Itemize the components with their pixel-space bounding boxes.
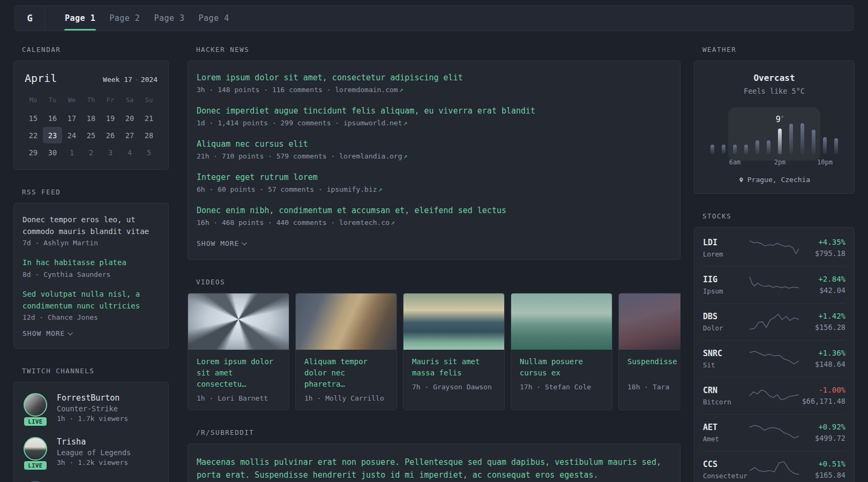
tab-page-1[interactable]: Page 1	[64, 6, 96, 31]
stock-price: $66,171.48	[800, 397, 845, 405]
calendar-day: 16	[43, 110, 62, 126]
stock-sparkline	[749, 273, 800, 296]
subreddit-post-title[interactable]: Maecenas mollis pulvinar erat non posuer…	[197, 456, 671, 481]
video-card[interactable]: Lorem ipsum dolor sit amet consectetu…1h…	[188, 293, 289, 410]
video-card[interactable]: Suspendisse diam18h · Tara	[618, 293, 680, 410]
stock-company-name: Bitcorn	[703, 398, 749, 406]
hackernews-show-more-button[interactable]: SHOW MORE	[197, 239, 247, 247]
stock-row[interactable]: AETAmet+0.92%$499.72	[703, 414, 845, 451]
stock-row[interactable]: LDILorem+4.35%$795.18	[703, 230, 845, 266]
video-title[interactable]: Mauris sit amet massa felis	[412, 356, 496, 379]
stocks-section-label: STOCKS	[702, 212, 855, 220]
stock-change-percent: +0.51%	[800, 460, 845, 468]
hackernews-item-title[interactable]: Lorem ipsum dolor sit amet, consectetur …	[197, 73, 671, 82]
external-link-arrow-icon: ↗	[378, 185, 383, 193]
twitch-channel-name[interactable]: Trisha	[57, 437, 131, 447]
stock-company-name: Consectetur	[703, 472, 749, 480]
rss-item-title[interactable]: In hac habitasse platea	[23, 257, 160, 269]
calendar-day-header: Mo	[24, 93, 43, 107]
video-thumbnail[interactable]	[188, 293, 289, 350]
stock-ticker[interactable]: IIG	[703, 275, 749, 284]
stock-ticker[interactable]: DBS	[703, 312, 749, 321]
tab-page-2[interactable]: Page 2	[109, 6, 140, 31]
rss-item-title[interactable]: Sed volutpat nulla nisl, a condimentum n…	[23, 289, 160, 312]
stock-ticker[interactable]: CRN	[703, 386, 749, 395]
external-link-arrow-icon: ↗	[403, 119, 408, 127]
stock-left: DBSDolor	[703, 312, 749, 332]
stock-values: +1.42%$156.28	[800, 312, 845, 332]
stock-row[interactable]: CRNBitcorn-1.00%$66,171.48	[703, 377, 845, 414]
hackernews-item-domain[interactable]: ipsumify.biz	[327, 185, 377, 193]
tab-label: Page 3	[154, 13, 184, 23]
calendar-day: 15	[24, 110, 43, 126]
video-card[interactable]: Aliquam tempor dolor nec pharetra…1h · M…	[295, 293, 397, 410]
video-title[interactable]: Nullam posuere cursus ex	[520, 356, 603, 379]
tab-page-4[interactable]: Page 4	[198, 6, 230, 31]
rss-show-more-button[interactable]: SHOW MORE	[23, 329, 73, 337]
stock-price: $156.28	[800, 323, 845, 332]
app-logo[interactable]: G	[15, 6, 45, 31]
stock-change-percent: +4.35%	[800, 238, 845, 246]
stock-price: $148.64	[800, 360, 845, 368]
stock-sparkline	[749, 310, 800, 333]
stock-ticker[interactable]: SNRC	[703, 349, 749, 358]
hackernews-item-title[interactable]: Integer eget rutrum lorem	[197, 172, 671, 182]
stock-sparkline	[749, 347, 800, 370]
stock-row[interactable]: CCSConsectetur+0.51%$165.84	[703, 451, 845, 482]
video-title[interactable]: Suspendisse diam	[627, 356, 680, 379]
stock-sparkline	[749, 384, 800, 407]
weather-location[interactable]: Prague, Czechia	[747, 176, 810, 184]
live-badge: LIVE	[24, 417, 46, 426]
hackernews-item-domain[interactable]: loremdomain.com	[335, 86, 398, 94]
video-thumbnail[interactable]	[403, 293, 504, 350]
video-meta: 18h · Tara	[627, 383, 680, 391]
hackernews-item-domain[interactable]: loremlandia.org	[339, 152, 402, 160]
twitch-card: LIVEForrestBurtonCounter-Strike1h · 1.7k…	[13, 382, 169, 482]
weather-hour-bar	[834, 138, 838, 154]
hackernews-item-domain[interactable]: loremtech.co	[339, 219, 390, 227]
video-title[interactable]: Aliquam tempor dolor nec pharetra…	[304, 356, 388, 390]
weather-hour-bar	[755, 140, 759, 154]
video-thumbnail[interactable]	[296, 293, 396, 350]
tab-page-3[interactable]: Page 3	[153, 6, 185, 31]
video-meta: 17h · Stefan Cole	[520, 383, 603, 391]
stock-change-percent: +1.42%	[800, 312, 845, 320]
hackernews-item-domain[interactable]: ipsumworld.net	[343, 119, 402, 127]
twitch-channel-name[interactable]: ForrestBurton	[57, 393, 128, 403]
stock-row[interactable]: DBSDolor+1.42%$156.28	[703, 303, 845, 340]
stock-values: +2.84%$42.04	[800, 275, 845, 295]
stock-ticker[interactable]: CCS	[703, 460, 749, 469]
sparkline-chart-icon	[749, 236, 800, 258]
hackernews-item-title[interactable]: Donec imperdiet augue tincidunt felis al…	[197, 106, 671, 116]
stock-values: +1.36%$148.64	[800, 349, 845, 368]
stock-company-name: Ipsum	[703, 287, 749, 295]
twitch-channel-row[interactable]: LIVETrishaLeague of Legends3h · 1.2k vie…	[23, 437, 160, 470]
stock-left: CCSConsectetur	[703, 460, 749, 480]
calendar-day: 3	[101, 144, 120, 161]
video-thumbnail[interactable]	[511, 293, 612, 350]
twitch-channel-row[interactable]: LIVEForrestBurtonCounter-Strike1h · 1.7k…	[23, 393, 160, 426]
stock-row[interactable]: SNRCSit+1.36%$148.64	[703, 340, 845, 377]
weather-time-label: 2pm	[774, 159, 786, 166]
video-card-body: Lorem ipsum dolor sit amet consectetu…1h…	[188, 350, 289, 410]
stock-row[interactable]: IIGIpsum+2.84%$42.04	[703, 266, 845, 303]
twitch-avatar-wrap: LIVE	[23, 437, 48, 470]
calendar-grid: MoTuWeThFrSaSu15161718192021222324252627…	[24, 93, 159, 161]
stock-company-name: Amet	[703, 435, 749, 443]
video-card[interactable]: Nullam posuere cursus ex17h · Stefan Col…	[511, 293, 612, 410]
weather-time-label: 10pm	[817, 159, 833, 166]
stock-ticker[interactable]: LDI	[703, 238, 749, 247]
hackernews-item-stats: 1d · 1,414 points · 299 comments ·	[197, 119, 343, 127]
stock-ticker[interactable]: AET	[703, 423, 749, 432]
twitch-channel-info: TrishaLeague of Legends3h · 1.2k viewers	[57, 437, 131, 470]
weather-hour-bar	[812, 130, 815, 154]
video-card[interactable]: Mauris sit amet massa felis7h · Grayson …	[403, 293, 505, 410]
rss-item-title[interactable]: Donec tempor eros leo, ut commodo mauris…	[23, 214, 160, 237]
hackernews-item-title[interactable]: Aliquam nec cursus elit	[197, 139, 671, 149]
video-thumbnail[interactable]	[619, 293, 680, 350]
video-title[interactable]: Lorem ipsum dolor sit amet consectetu…	[197, 356, 280, 390]
sparkline-chart-icon	[749, 310, 800, 332]
hackernews-item-title[interactable]: Donec enim nibh, condimentum et accumsan…	[197, 206, 671, 215]
calendar-day-header: Th	[81, 93, 101, 107]
sparkline-chart-icon	[749, 384, 800, 405]
